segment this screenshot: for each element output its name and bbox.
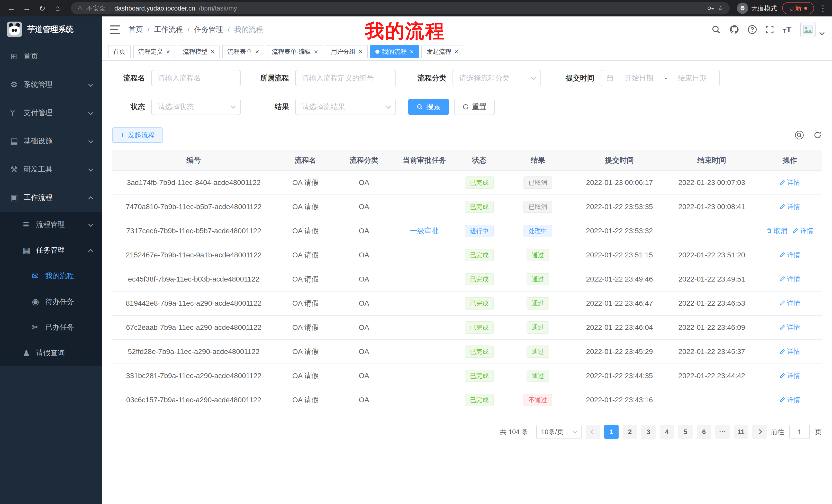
next-page-button[interactable] — [752, 425, 767, 439]
sidebar-item-todo-tasks[interactable]: ◉待办任务 — [0, 289, 102, 314]
reload-icon[interactable]: ↻ — [36, 2, 48, 15]
close-icon[interactable]: × — [454, 48, 458, 55]
search-icon[interactable] — [795, 130, 804, 140]
process-name-input[interactable] — [151, 70, 241, 86]
font-size-icon[interactable]: TT — [783, 25, 791, 34]
cell-result: 通过 — [502, 340, 573, 364]
close-icon[interactable]: × — [410, 48, 414, 55]
address-bar[interactable]: ⚠ 不安全 | dashboard.yudao.iocoder.cn/bpm/t… — [71, 2, 730, 15]
detail-link[interactable]: 详情 — [779, 323, 800, 332]
cell-current-task — [392, 171, 456, 195]
bookmark-star-icon[interactable]: ☆ — [718, 5, 724, 12]
sidebar-item-done-tasks[interactable]: ✂已办任务 — [0, 314, 102, 340]
refresh-icon[interactable] — [813, 131, 822, 139]
cell-status: 已完成 — [457, 291, 502, 315]
scissors-icon: ✂ — [32, 323, 45, 332]
sidebar-item-workflow[interactable]: ▣工作流程 — [0, 184, 102, 212]
back-icon[interactable]: ← — [5, 2, 18, 15]
page-button-5[interactable]: 5 — [678, 425, 693, 439]
page-button-2[interactable]: 2 — [623, 425, 637, 439]
category-select[interactable]: 请选择流程分类 — [452, 70, 541, 86]
sidebar-item-home[interactable]: ⊞首页 — [0, 42, 102, 71]
goto-page-input[interactable] — [789, 425, 810, 439]
fullscreen-icon[interactable] — [765, 25, 774, 34]
user-avatar[interactable] — [800, 22, 815, 37]
sidebar-item-process-mgmt[interactable]: ≣流程管理 — [0, 212, 102, 237]
detail-link[interactable]: 详情 — [779, 250, 800, 259]
start-process-button[interactable]: + 发起流程 — [112, 128, 163, 143]
submit-time-range-picker[interactable]: 开始日期 - 结束日期 — [601, 70, 720, 86]
page-button-3[interactable]: 3 — [641, 425, 656, 439]
detail-link[interactable]: 详情 — [779, 178, 800, 187]
result-select[interactable]: 请选择流结果 — [295, 99, 396, 115]
status-tag: 已完成 — [465, 370, 494, 382]
status-select[interactable]: 请选择状态 — [151, 99, 241, 115]
detail-link[interactable]: 详情 — [779, 347, 800, 356]
prev-page-button[interactable] — [586, 425, 600, 439]
tab-process-definition[interactable]: 流程定义× — [133, 45, 175, 58]
url-host: dashboard.yudao.iocoder.cn — [114, 5, 195, 12]
help-icon[interactable]: ? — [748, 25, 757, 34]
forward-icon[interactable]: → — [21, 2, 33, 15]
tab-my-process[interactable]: 我的流程× — [370, 45, 419, 58]
tab-label: 流程定义 — [138, 48, 163, 56]
sidebar-item-leave-query[interactable]: ♟请假查询 — [0, 340, 102, 366]
browser-menu-icon[interactable]: ⋮ — [819, 4, 827, 13]
home-icon[interactable]: ⌂ — [51, 2, 64, 15]
sidebar-item-dev-tools[interactable]: ⚒研发工具 — [0, 155, 102, 184]
chevron-down-icon[interactable] — [820, 30, 825, 35]
detail-link[interactable]: 详情 — [779, 299, 800, 308]
result-placeholder: 请选择流结果 — [302, 102, 345, 112]
page-button-1[interactable]: 1 — [604, 425, 619, 439]
breadcrumb-item[interactable]: 任务管理 — [194, 25, 223, 34]
cell-category: OA — [336, 315, 392, 340]
filter-process-name: 流程名 — [112, 70, 241, 86]
sidebar-item-infrastructure[interactable]: ▤基础设施 — [0, 127, 102, 155]
tab-home[interactable]: 首页 — [108, 45, 131, 58]
collapse-sidebar-icon[interactable] — [110, 25, 120, 34]
github-icon[interactable] — [729, 25, 739, 34]
cell-result: 通过 — [502, 364, 573, 388]
cell-submit-time: 2022-01-23 00:06:17 — [573, 171, 666, 195]
detail-link[interactable]: 详情 — [779, 371, 800, 380]
breadcrumb-item[interactable]: 首页 — [129, 25, 143, 34]
close-icon[interactable]: × — [255, 48, 259, 55]
sidebar-item-system[interactable]: ⚙系统管理 — [0, 71, 102, 99]
breadcrumb-item[interactable]: 工作流程 — [154, 25, 183, 34]
page-button-4[interactable]: 4 — [660, 425, 674, 439]
search-icon[interactable] — [711, 25, 721, 34]
close-icon[interactable]: × — [359, 48, 363, 55]
sidebar-item-task-mgmt[interactable]: ▦任务管理 — [0, 237, 102, 263]
tab-process-model[interactable]: 流程模型× — [178, 45, 219, 58]
sidebar-item-my-process[interactable]: ✉我的流程 — [0, 263, 102, 289]
current-task-link[interactable]: 一级审批 — [410, 227, 439, 235]
sidebar-item-label: 系统管理 — [24, 80, 52, 89]
detail-link[interactable]: 详情 — [779, 202, 800, 211]
detail-link[interactable]: 详情 — [779, 275, 800, 284]
sidebar-item-payment[interactable]: ¥支付管理 — [0, 99, 102, 127]
detail-link[interactable]: 详情 — [779, 395, 800, 404]
breadcrumb-item: 我的流程 — [234, 25, 263, 34]
update-button[interactable]: 更新 — [782, 2, 814, 15]
reset-button[interactable]: 重置 — [454, 99, 495, 115]
page-button-11[interactable]: 11 — [734, 425, 748, 439]
cancel-link[interactable]: 取消 — [766, 226, 787, 235]
close-icon[interactable]: × — [314, 48, 318, 55]
page-button-6[interactable]: 6 — [697, 425, 711, 439]
owner-process-input[interactable] — [295, 70, 396, 86]
key-icon[interactable] — [707, 5, 714, 12]
close-icon[interactable]: × — [166, 48, 170, 55]
tab-user-group[interactable]: 用户分组× — [326, 45, 368, 58]
chevron-down-icon — [88, 166, 93, 172]
cell-id: 331bc281-7b9a-11ec-a290-acde48001122 — [112, 364, 275, 388]
tab-label: 我的流程 — [382, 48, 407, 56]
tab-process-form[interactable]: 流程表单× — [222, 45, 264, 58]
page-size-select[interactable]: 10条/页 — [536, 425, 581, 439]
tab-start-process[interactable]: 发起流程× — [421, 45, 463, 58]
detail-link[interactable]: 详情 — [792, 226, 813, 235]
search-button[interactable]: 搜索 — [408, 99, 449, 115]
tab-process-form-edit[interactable]: 流程表单-编辑× — [267, 45, 323, 58]
close-icon[interactable]: × — [211, 48, 214, 55]
result-tag: 不通过 — [523, 394, 552, 406]
pagination-more-button[interactable]: ··· — [715, 425, 730, 439]
